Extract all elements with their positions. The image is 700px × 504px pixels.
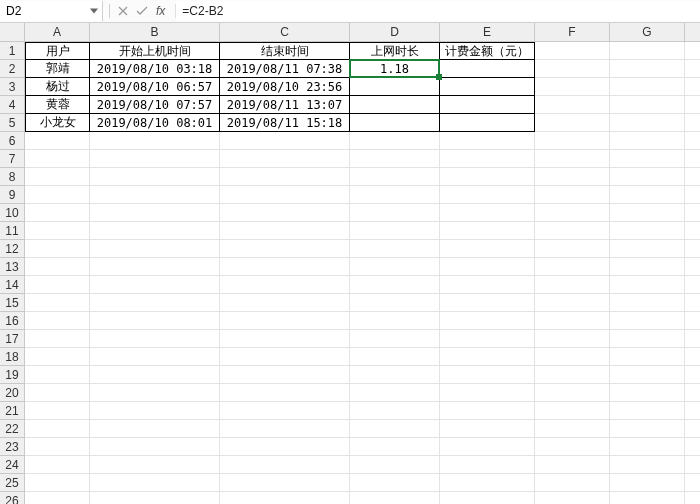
row-header[interactable]: 5 — [0, 114, 25, 132]
cell[interactable] — [90, 312, 220, 330]
row-header[interactable]: 13 — [0, 258, 25, 276]
row-header[interactable]: 6 — [0, 132, 25, 150]
cell[interactable]: 上网时长 — [350, 42, 440, 60]
cell[interactable] — [535, 222, 610, 240]
cell[interactable] — [440, 258, 535, 276]
confirm-icon[interactable] — [136, 6, 148, 16]
cell[interactable] — [25, 330, 90, 348]
cell[interactable] — [90, 294, 220, 312]
cell[interactable] — [440, 294, 535, 312]
cell[interactable] — [220, 474, 350, 492]
cell[interactable] — [440, 474, 535, 492]
cell[interactable] — [535, 60, 610, 78]
cell[interactable] — [610, 438, 685, 456]
cell[interactable] — [90, 204, 220, 222]
select-all-corner[interactable] — [0, 23, 25, 42]
cell[interactable] — [610, 330, 685, 348]
cell[interactable] — [220, 330, 350, 348]
row-header[interactable]: 7 — [0, 150, 25, 168]
cell[interactable] — [685, 366, 700, 384]
row-header[interactable]: 15 — [0, 294, 25, 312]
cell[interactable] — [610, 294, 685, 312]
cell[interactable] — [350, 420, 440, 438]
cell[interactable] — [25, 420, 90, 438]
cell[interactable] — [535, 168, 610, 186]
cell[interactable] — [90, 132, 220, 150]
cell[interactable] — [350, 168, 440, 186]
cell[interactable] — [440, 150, 535, 168]
cell[interactable] — [25, 186, 90, 204]
cell[interactable] — [350, 186, 440, 204]
row-header[interactable]: 3 — [0, 78, 25, 96]
cell[interactable] — [610, 312, 685, 330]
cell[interactable] — [685, 258, 700, 276]
cell[interactable] — [220, 402, 350, 420]
cell[interactable] — [90, 150, 220, 168]
row-header[interactable]: 14 — [0, 276, 25, 294]
cell[interactable] — [220, 168, 350, 186]
cell[interactable] — [220, 258, 350, 276]
cell[interactable] — [440, 78, 535, 96]
cell[interactable] — [440, 348, 535, 366]
cell[interactable] — [440, 60, 535, 78]
cell[interactable] — [685, 240, 700, 258]
cell[interactable] — [440, 330, 535, 348]
cell[interactable] — [440, 240, 535, 258]
cell[interactable] — [440, 222, 535, 240]
cell[interactable] — [220, 492, 350, 504]
cell[interactable]: 2019/08/10 06:57 — [90, 78, 220, 96]
fill-handle[interactable] — [436, 74, 442, 80]
column-header[interactable]: F — [535, 23, 610, 42]
cell[interactable]: 2019/08/10 23:56 — [220, 78, 350, 96]
cell[interactable] — [685, 78, 700, 96]
cell[interactable] — [685, 456, 700, 474]
cell[interactable] — [25, 456, 90, 474]
cell[interactable] — [535, 114, 610, 132]
cell[interactable] — [25, 132, 90, 150]
cell[interactable]: 郭靖 — [25, 60, 90, 78]
cell[interactable]: 2019/08/11 07:38 — [220, 60, 350, 78]
cell[interactable] — [610, 384, 685, 402]
cell[interactable] — [535, 78, 610, 96]
cell[interactable] — [535, 150, 610, 168]
cell[interactable]: 小龙女 — [25, 114, 90, 132]
cell[interactable] — [350, 114, 440, 132]
cell[interactable] — [535, 240, 610, 258]
column-header[interactable]: C — [220, 23, 350, 42]
cell[interactable] — [25, 312, 90, 330]
cell[interactable] — [440, 186, 535, 204]
cell[interactable] — [535, 366, 610, 384]
cell[interactable] — [610, 168, 685, 186]
cell[interactable] — [610, 114, 685, 132]
cell[interactable] — [220, 294, 350, 312]
cell[interactable] — [610, 132, 685, 150]
cell[interactable] — [350, 78, 440, 96]
cell[interactable] — [220, 150, 350, 168]
cell[interactable] — [685, 348, 700, 366]
cell[interactable] — [90, 240, 220, 258]
cell[interactable]: 2019/08/10 07:57 — [90, 96, 220, 114]
cell[interactable] — [440, 276, 535, 294]
row-header[interactable]: 8 — [0, 168, 25, 186]
cell[interactable] — [90, 456, 220, 474]
column-header[interactable] — [685, 23, 700, 42]
cell[interactable] — [350, 240, 440, 258]
cell[interactable]: 开始上机时间 — [90, 42, 220, 60]
cell[interactable] — [610, 186, 685, 204]
cell[interactable]: 计费金额（元） — [440, 42, 535, 60]
cell[interactable] — [535, 132, 610, 150]
cell[interactable] — [350, 312, 440, 330]
cell[interactable] — [90, 222, 220, 240]
cell[interactable] — [350, 204, 440, 222]
cell[interactable]: 黄蓉 — [25, 96, 90, 114]
cell[interactable] — [610, 456, 685, 474]
cell[interactable] — [25, 384, 90, 402]
cell[interactable] — [610, 240, 685, 258]
cell[interactable] — [350, 150, 440, 168]
cell[interactable] — [25, 402, 90, 420]
row-header[interactable]: 9 — [0, 186, 25, 204]
cell[interactable] — [440, 114, 535, 132]
fx-icon[interactable]: fx — [156, 4, 165, 18]
cell[interactable] — [25, 204, 90, 222]
cell[interactable] — [220, 186, 350, 204]
